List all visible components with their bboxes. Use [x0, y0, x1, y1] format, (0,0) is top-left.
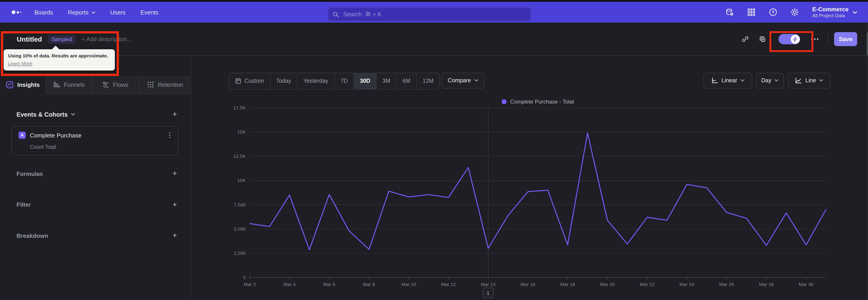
x-axis-label: Mar 4: [283, 282, 296, 287]
add-formulas-button[interactable]: +: [173, 170, 177, 177]
nav-right-cluster: ? E-Commerce All Project Data: [725, 2, 857, 23]
x-axis-label: Mar 8: [363, 282, 375, 287]
chevron-down-icon: [819, 79, 823, 82]
y-axis-label: 5,000: [234, 226, 246, 232]
divider: [828, 33, 828, 46]
chevron-down-icon: [852, 11, 857, 14]
mixpanel-logo-icon[interactable]: [12, 2, 21, 23]
tooltip-arrow: [52, 46, 60, 50]
event-row-complete-purchase[interactable]: A Complete Purchase Count Total: [11, 126, 178, 155]
sampling-tooltip: Using 10% of data. Results are approxima…: [4, 49, 115, 70]
chevron-down-icon: [91, 11, 95, 14]
preset-label: Custom: [244, 78, 264, 84]
series-line-complete-purchase-total[interactable]: [250, 133, 826, 249]
linear-dropdown[interactable]: Linear: [704, 72, 752, 89]
link-icon[interactable]: [741, 35, 749, 43]
y-axis-label: 10K: [237, 178, 246, 183]
add-breakdown-button[interactable]: +: [173, 232, 177, 239]
tab-funnels[interactable]: Funnels: [46, 75, 92, 94]
search-icon: [333, 11, 339, 18]
date-preset-3m[interactable]: 3M: [377, 73, 397, 89]
section-label: Formulas: [17, 170, 43, 177]
compare-button[interactable]: Compare: [441, 72, 485, 89]
date-preset-7d[interactable]: 7D: [335, 73, 354, 89]
add-event-button[interactable]: +: [173, 111, 177, 118]
project-switcher[interactable]: E-Commerce All Project Data: [812, 6, 857, 19]
day-dropdown[interactable]: Day: [756, 72, 784, 89]
tab-label: Funnels: [64, 81, 85, 88]
section-breakdown: Breakdown +: [17, 230, 177, 241]
page-1-button[interactable]: 1: [483, 288, 493, 298]
chevron-down-icon: [774, 79, 778, 82]
nav-item-users[interactable]: Users: [110, 9, 125, 16]
x-axis-label: Mar 22: [640, 282, 654, 287]
copy-to-board-icon[interactable]: [758, 35, 767, 43]
query-builder-sidebar: InsightsFunnelsFlowsRetention Events & C…: [0, 56, 191, 300]
dropdown-label: Day: [761, 78, 771, 84]
tab-label: Flows: [113, 81, 128, 88]
preset-label: 6M: [403, 78, 410, 84]
apps-grid-icon[interactable]: [746, 7, 756, 17]
line-dropdown[interactable]: Line: [788, 72, 831, 89]
date-preset-12m[interactable]: 12M: [417, 73, 440, 89]
x-axis-label: Mar 18: [560, 282, 575, 287]
section-formulas: Formulas +: [17, 168, 177, 179]
preset-label: Yesterday: [303, 78, 328, 84]
sampled-badge[interactable]: Sampled: [48, 35, 76, 43]
add-description-placeholder[interactable]: + Add description...: [81, 36, 131, 42]
nav-item-label: Users: [110, 9, 125, 16]
preset-label: 30D: [360, 78, 370, 84]
insights-icon: [6, 81, 13, 88]
sampling-toggle-knob: [790, 35, 800, 43]
project-scope: All Project Data: [812, 13, 848, 19]
event-metric[interactable]: Count Total: [30, 144, 56, 149]
event-name[interactable]: Complete Purchase: [30, 132, 81, 139]
date-preset-custom[interactable]: Custom: [229, 73, 270, 89]
section-filter: Filter +: [17, 199, 177, 210]
events-cohorts-label[interactable]: Events & Cohorts: [17, 111, 75, 118]
nav-item-boards[interactable]: Boards: [34, 9, 53, 16]
nav-item-label: Boards: [34, 9, 53, 16]
line-chart[interactable]: 02,5005,0007,50010K12.5K15K17.5KMar 2Mar…: [199, 97, 868, 300]
section-label: Breakdown: [17, 232, 48, 239]
x-axis-label: Mar 10: [401, 282, 416, 287]
save-button[interactable]: Save: [834, 32, 857, 46]
section-label: Filter: [17, 201, 31, 208]
tooltip-learn-more-link[interactable]: Learn More: [8, 60, 32, 67]
linear-scale-icon: [711, 77, 718, 84]
x-axis-label: Mar 26: [719, 282, 734, 287]
tab-label: Insights: [17, 81, 40, 88]
report-title[interactable]: Untitled: [17, 35, 42, 43]
nav-menu: BoardsReportsUsersEvents: [34, 2, 158, 23]
nav-item-events[interactable]: Events: [141, 9, 158, 16]
svg-text:?: ?: [772, 10, 774, 15]
data-management-icon[interactable]: [725, 7, 735, 17]
line-chart-icon: [795, 77, 802, 84]
report-tabs: InsightsFunnelsFlowsRetention: [0, 75, 191, 94]
sampling-toggle[interactable]: [778, 34, 800, 44]
nav-item-label: Reports: [68, 9, 88, 16]
date-preset-yesterday[interactable]: Yesterday: [298, 73, 335, 89]
date-preset-today[interactable]: Today: [270, 73, 298, 89]
tab-label: Retention: [158, 81, 183, 88]
top-navigation-bar: BoardsReportsUsersEvents: [0, 2, 868, 23]
scrollbar-thumb[interactable]: [866, 32, 868, 55]
search-input[interactable]: [342, 10, 526, 18]
settings-gear-icon[interactable]: [790, 7, 800, 17]
date-preset-6m[interactable]: 6M: [397, 73, 417, 89]
y-axis-label: 15K: [237, 129, 246, 134]
add-filter-button[interactable]: +: [173, 201, 177, 208]
help-icon[interactable]: ?: [768, 7, 778, 17]
x-axis-label: Mar 2: [244, 282, 256, 287]
tab-flows[interactable]: Flows: [92, 75, 138, 94]
compare-label: Compare: [448, 78, 471, 84]
event-options-kebab-icon[interactable]: [168, 131, 171, 139]
tab-insights[interactable]: Insights: [0, 75, 46, 94]
tab-retention[interactable]: Retention: [138, 75, 191, 94]
more-ellipsis-icon[interactable]: [810, 37, 819, 41]
global-search[interactable]: [328, 7, 531, 21]
nav-item-reports[interactable]: Reports: [68, 9, 95, 16]
date-preset-30d[interactable]: 30D: [354, 73, 377, 89]
retention-icon: [147, 81, 154, 88]
events-cohorts-header: Events & Cohorts +: [17, 110, 177, 119]
